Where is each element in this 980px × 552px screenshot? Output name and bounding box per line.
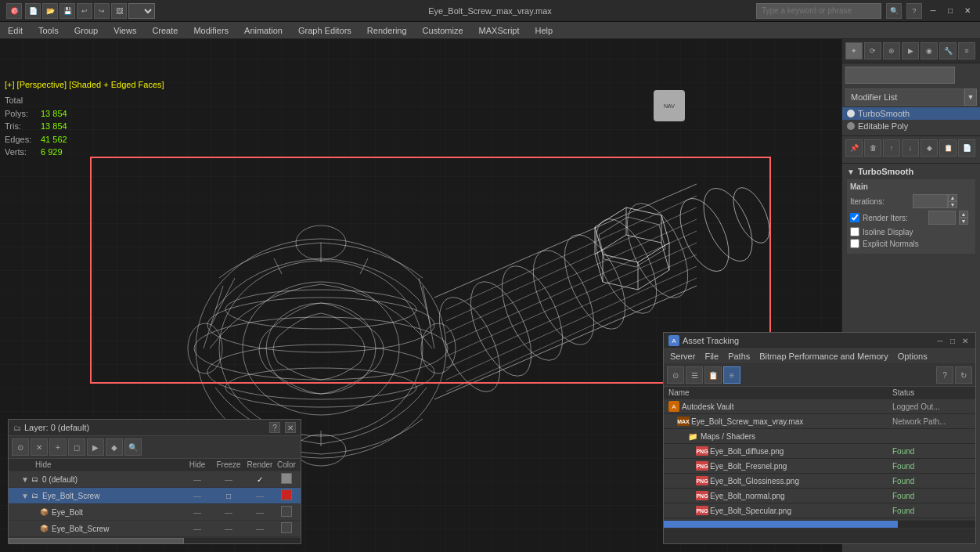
- menu-maxscript[interactable]: MAXScript: [471, 22, 528, 38]
- asset-row-vault[interactable]: A Autodesk Vault Logged Out...: [664, 399, 975, 414]
- render-iters-up[interactable]: ▲: [959, 211, 968, 218]
- layer-add-btn[interactable]: +: [49, 438, 67, 456]
- layer-render-default[interactable]: ✓: [244, 475, 276, 484]
- asset-tool-2[interactable]: ☰: [686, 366, 703, 384]
- layer-expand-default[interactable]: ▼: [21, 475, 29, 484]
- layer-color-ebs[interactable]: [276, 489, 297, 502]
- mod-delete-btn[interactable]: 🗑: [864, 139, 881, 157]
- layer-scroll-thumb[interactable]: [9, 538, 184, 544]
- asset-row-specular[interactable]: PNG Eye_Bolt_Specular.png Found: [664, 503, 975, 518]
- object-name-input[interactable]: Eye_Bolt: [845, 67, 955, 84]
- layer-freeze-ebs[interactable]: □: [213, 492, 244, 500]
- menu-modifiers[interactable]: Modifiers: [186, 22, 236, 38]
- layer-row-eye-bolt[interactable]: 📦 Eye_Bolt — — —: [9, 504, 301, 521]
- layer-add-selected-btn[interactable]: ▶: [87, 438, 104, 456]
- new-file-btn[interactable]: 📄: [25, 3, 41, 19]
- asset-tool-1[interactable]: ⊙: [667, 366, 684, 384]
- explicit-normals-checkbox[interactable]: [850, 239, 859, 248]
- search-input[interactable]: [756, 3, 881, 19]
- asset-menu-options[interactable]: Options: [895, 351, 931, 362]
- menu-create[interactable]: Create: [144, 22, 186, 38]
- mod-move-down-btn[interactable]: ↓: [902, 139, 919, 157]
- layer-freeze-default[interactable]: —: [213, 475, 244, 484]
- rp-utilities-btn[interactable]: 🔧: [939, 42, 957, 60]
- help-btn[interactable]: ?: [906, 3, 922, 19]
- mod-copy-btn[interactable]: 📋: [939, 139, 957, 157]
- layer-dialog-close[interactable]: ✕: [285, 422, 296, 433]
- layer-render-ebs[interactable]: —: [244, 492, 276, 500]
- menu-graph-editors[interactable]: Graph Editors: [290, 22, 359, 38]
- layer-color-ebs2[interactable]: [276, 522, 297, 535]
- layer-freeze-eb[interactable]: —: [213, 508, 244, 517]
- modifier-list-dropdown[interactable]: ▼: [964, 88, 977, 106]
- asset-menu-file[interactable]: File: [701, 351, 722, 362]
- layer-hide-ebs2[interactable]: —: [182, 525, 213, 533]
- render-iters-input[interactable]: 2: [928, 211, 956, 225]
- layer-find-btn[interactable]: 🔍: [124, 438, 142, 456]
- asset-minimize-btn[interactable]: ─: [935, 335, 946, 346]
- layer-row-eye-bolt-screw2[interactable]: 📦 Eye_Bolt_Screw — — —: [9, 521, 301, 537]
- rp-create-btn[interactable]: ✦: [845, 42, 863, 60]
- scene-states-btn[interactable]: 🖼: [111, 3, 127, 19]
- close-btn[interactable]: ✕: [961, 5, 974, 17]
- iterations-down[interactable]: ▼: [948, 201, 957, 208]
- menu-rendering[interactable]: Rendering: [359, 22, 415, 38]
- layer-hide-eb[interactable]: —: [182, 508, 213, 517]
- layer-hide-default[interactable]: —: [182, 475, 213, 484]
- iterations-input[interactable]: 0: [913, 194, 948, 208]
- asset-row-max[interactable]: MAX Eye_Bolt_Screw_max_vray.max Network …: [664, 414, 975, 429]
- layer-freeze-ebs2[interactable]: —: [213, 525, 244, 533]
- asset-tool-4[interactable]: ≡: [723, 366, 740, 384]
- mod-move-up-btn[interactable]: ↑: [883, 139, 900, 157]
- menu-customize[interactable]: Customize: [415, 22, 471, 38]
- menu-views[interactable]: Views: [106, 22, 144, 38]
- asset-tool-help[interactable]: ?: [936, 366, 953, 384]
- layer-dialog-help[interactable]: ?: [269, 422, 280, 433]
- modifier-turbsmooth[interactable]: TurboSmooth: [842, 107, 980, 120]
- isoline-checkbox[interactable]: [850, 227, 859, 236]
- render-iters-checkbox[interactable]: [850, 213, 859, 222]
- asset-menu-server[interactable]: Server: [667, 351, 698, 362]
- layer-hide-ebs[interactable]: —: [182, 492, 213, 500]
- asset-tool-refresh[interactable]: ↻: [955, 366, 972, 384]
- asset-menu-bitmap-perf[interactable]: Bitmap Performance and Memory: [756, 351, 891, 362]
- asset-tool-3[interactable]: 📋: [704, 366, 722, 384]
- asset-row-maps[interactable]: 📁 Maps / Shaders: [664, 429, 975, 444]
- layer-select-btn[interactable]: ◻: [68, 438, 85, 456]
- asset-maximize-btn[interactable]: □: [947, 335, 958, 346]
- rp-extra-btn[interactable]: ≡: [958, 42, 975, 60]
- menu-tools[interactable]: Tools: [31, 22, 67, 38]
- rp-display-btn[interactable]: ◉: [921, 42, 938, 60]
- rp-modify-btn[interactable]: ⟳: [864, 42, 881, 60]
- asset-row-fresnel[interactable]: PNG Eye_Bolt_Fresnel.png Found: [664, 459, 975, 474]
- layer-row-default[interactable]: ▼ 🗂 0 (default) — — ✓: [9, 471, 301, 488]
- workspace-dropdown[interactable]: Workspace: Default: [128, 3, 155, 19]
- modifier-editable-poly[interactable]: Editable Poly: [842, 120, 980, 132]
- menu-animation[interactable]: Animation: [236, 22, 290, 38]
- redo-btn[interactable]: ↪: [94, 3, 110, 19]
- menu-group[interactable]: Group: [67, 22, 106, 38]
- turbsmooth-collapse[interactable]: ▼: [847, 168, 855, 176]
- save-file-btn[interactable]: 💾: [59, 3, 75, 19]
- iterations-up[interactable]: ▲: [948, 194, 957, 201]
- layer-current-btn[interactable]: ⊙: [12, 438, 29, 456]
- layer-select-objects-btn[interactable]: ◆: [106, 438, 123, 456]
- asset-row-normal[interactable]: PNG Eye_Bolt_normal.png Found: [664, 489, 975, 503]
- search-btn[interactable]: 🔍: [886, 3, 902, 19]
- rp-hierarchy-btn[interactable]: ⊛: [883, 42, 900, 60]
- layer-color-eb[interactable]: [276, 506, 297, 518]
- viewport-nav-cube[interactable]: NAV: [650, 86, 689, 125]
- viewport-label[interactable]: [+] [Perspective] [Shaded + Edged Faces]: [5, 80, 164, 89]
- nav-cube[interactable]: NAV: [654, 90, 685, 121]
- layer-row-eye-bolt-screw[interactable]: ▼ 🗂 Eye_Bolt_Screw — □ —: [9, 488, 301, 504]
- menu-edit[interactable]: Edit: [0, 22, 31, 38]
- layer-render-eb[interactable]: —: [244, 508, 276, 517]
- asset-row-diffuse[interactable]: PNG Eye_Bolt_diffuse.png Found: [664, 444, 975, 459]
- rp-motion-btn[interactable]: ▶: [902, 42, 919, 60]
- layer-delete-btn[interactable]: ✕: [31, 438, 48, 456]
- layer-color-default[interactable]: [276, 473, 297, 485]
- open-file-btn[interactable]: 📂: [42, 3, 58, 19]
- mod-paste-btn[interactable]: 📄: [958, 139, 975, 157]
- menu-help[interactable]: Help: [528, 22, 561, 38]
- minimize-btn[interactable]: ─: [927, 5, 939, 17]
